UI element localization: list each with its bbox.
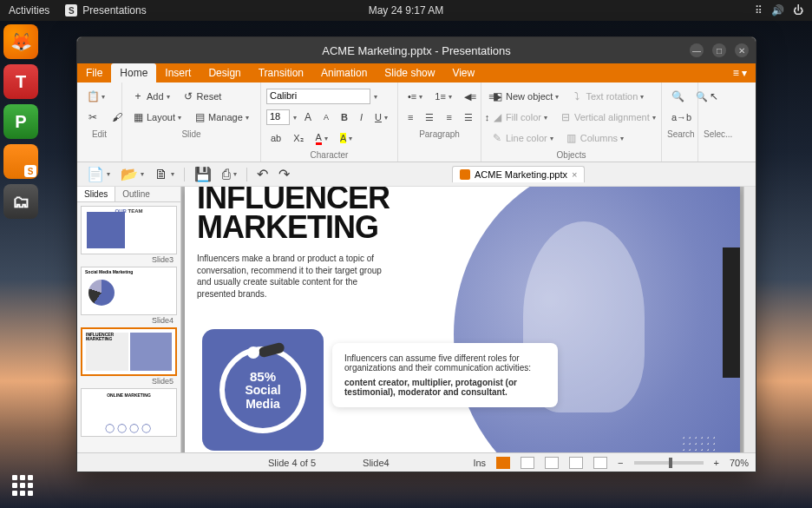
search-icon: 🔍 bbox=[671, 90, 684, 102]
manage-button[interactable]: ▤Manage▾ bbox=[189, 109, 253, 126]
view-normal-button[interactable] bbox=[496, 457, 510, 469]
view-master-button[interactable] bbox=[569, 457, 583, 469]
font-family-select[interactable]: Calibri bbox=[266, 89, 370, 104]
align-left[interactable]: ≡ bbox=[403, 109, 417, 125]
menu-view[interactable]: View bbox=[443, 63, 483, 82]
align-center[interactable]: ☰ bbox=[421, 109, 438, 126]
slide-description[interactable]: Influencers make a brand or product a to… bbox=[197, 253, 396, 300]
maximize-button[interactable]: □ bbox=[712, 43, 726, 57]
slide-canvas[interactable]: INFLUENCERMARKETING Influencers make a b… bbox=[181, 187, 743, 452]
clock[interactable]: May 24 9:17 AM bbox=[369, 4, 444, 16]
shrink-font[interactable]: A bbox=[319, 110, 333, 124]
bullets-button[interactable]: •≡▾ bbox=[403, 89, 427, 104]
align-right[interactable]: ≡ bbox=[442, 109, 455, 125]
paste-button[interactable]: 📋▾ bbox=[82, 88, 109, 105]
minimize-button[interactable]: — bbox=[690, 43, 704, 57]
bold-button[interactable]: B bbox=[337, 109, 352, 125]
numbering-button[interactable]: 1≡▾ bbox=[430, 89, 456, 104]
clear-format[interactable]: X₂ bbox=[289, 130, 307, 147]
view-outline-button[interactable] bbox=[545, 457, 559, 469]
line-color-button[interactable]: ✎Line color▾ bbox=[487, 129, 558, 147]
font-color[interactable]: A▾ bbox=[311, 129, 332, 148]
menu-animation[interactable]: Animation bbox=[312, 63, 376, 82]
thumb-slide5[interactable]: INFLUENCERMARKETING Slide5 bbox=[81, 327, 177, 386]
panel-tab-outline[interactable]: Outline bbox=[115, 187, 157, 201]
menu-slideshow[interactable]: Slide show bbox=[376, 63, 443, 82]
stat-badge[interactable]: 85% SocialMedia bbox=[202, 329, 324, 451]
qat-print[interactable]: ⎙▾ bbox=[218, 164, 241, 185]
thumb-slide6[interactable]: ONLINE MARKETING bbox=[81, 388, 177, 439]
italic-button[interactable]: I bbox=[356, 109, 367, 125]
menu-hamburger[interactable]: ≡ ▾ bbox=[724, 63, 756, 82]
qat-new[interactable]: 📄▾ bbox=[82, 163, 115, 185]
activities-button[interactable]: Activities bbox=[9, 4, 49, 16]
slide-title[interactable]: INFLUENCERMARKETING bbox=[197, 187, 390, 242]
reset-slide-button[interactable]: ↺Reset bbox=[178, 88, 226, 105]
qat-open[interactable]: 📂▾ bbox=[116, 163, 148, 185]
view-slideshow-button[interactable] bbox=[593, 457, 607, 469]
dock-textmaker[interactable]: T bbox=[3, 64, 38, 99]
menu-design[interactable]: Design bbox=[200, 63, 249, 82]
qat-redo[interactable]: ↷ bbox=[274, 163, 294, 185]
status-insert-mode[interactable]: Ins bbox=[473, 458, 486, 468]
fill-color-button[interactable]: ◢Fill color▾ bbox=[487, 109, 552, 126]
find-button[interactable]: 🔍 bbox=[667, 88, 688, 105]
show-applications[interactable] bbox=[12, 475, 33, 496]
dock-files[interactable]: 🗂 bbox=[3, 184, 38, 219]
menu-transition[interactable]: Transition bbox=[250, 63, 312, 82]
vertical-scrollbar[interactable] bbox=[743, 187, 756, 452]
group-paragraph-label: Paragraph bbox=[403, 129, 475, 139]
menu-file[interactable]: File bbox=[77, 63, 111, 82]
goto-button[interactable]: a→b bbox=[667, 109, 696, 125]
thumb-slide3[interactable]: OUR TEAM Slide3 bbox=[81, 206, 177, 265]
layout-button[interactable]: ▦Layout▾ bbox=[128, 109, 186, 126]
plus-icon: + bbox=[132, 90, 144, 102]
menu-insert[interactable]: Insert bbox=[156, 63, 200, 82]
volume-icon[interactable]: 🔊 bbox=[771, 4, 784, 16]
power-icon[interactable]: ⏻ bbox=[793, 4, 803, 16]
thumbnails-list[interactable]: OUR TEAM Slide3 Social Media Marketing S… bbox=[77, 202, 180, 452]
dock-planmaker[interactable]: P bbox=[3, 104, 38, 139]
cut-button[interactable]: ✂ bbox=[82, 109, 103, 126]
dock-firefox[interactable]: 🦊 bbox=[3, 24, 38, 59]
zoom-slider[interactable] bbox=[634, 461, 704, 465]
app-menu[interactable]: S Presentations bbox=[65, 4, 146, 16]
dock-presentations[interactable] bbox=[3, 144, 38, 179]
qat-more[interactable]: 🗎▾ bbox=[150, 164, 179, 185]
group-slide-label: Slide bbox=[128, 129, 255, 139]
underline-button[interactable]: U▾ bbox=[370, 109, 392, 125]
zoom-out-button[interactable]: − bbox=[618, 458, 623, 468]
slide[interactable]: INFLUENCERMARKETING Influencers make a b… bbox=[185, 187, 740, 452]
font-size-select[interactable]: 18 bbox=[266, 109, 290, 125]
tab-close-icon[interactable]: × bbox=[572, 169, 577, 180]
callout-box[interactable]: Influencers can assume five different ro… bbox=[332, 343, 558, 407]
zoom-level[interactable]: 70% bbox=[730, 458, 749, 468]
new-object-button[interactable]: ◧New object▾ bbox=[487, 88, 563, 105]
text-rotation-button[interactable]: ⤵Text rotation▾ bbox=[566, 88, 648, 105]
align-justify[interactable]: ☰ bbox=[460, 109, 477, 126]
menu-home[interactable]: Home bbox=[111, 63, 156, 82]
grow-font[interactable]: A bbox=[300, 109, 316, 126]
qat-undo[interactable]: ↶ bbox=[252, 163, 272, 185]
group-search-label: Search bbox=[667, 129, 692, 139]
view-sorter-button[interactable] bbox=[521, 457, 534, 469]
highlight-color[interactable]: A▾ bbox=[336, 130, 357, 146]
decorative-dots bbox=[681, 435, 719, 452]
columns-button[interactable]: ▥Columns▾ bbox=[561, 129, 628, 147]
panel-tab-slides[interactable]: Slides bbox=[77, 187, 115, 201]
ribbon: 📋▾ ✂🖌 Edit +Add▾ ↺Reset ▦Layout▾ ▤Manage… bbox=[77, 82, 756, 162]
network-icon[interactable]: ⠿ bbox=[755, 4, 763, 16]
zoom-in-button[interactable]: + bbox=[714, 458, 719, 468]
qat-save[interactable]: 💾 bbox=[190, 163, 216, 185]
add-slide-button[interactable]: +Add▾ bbox=[128, 88, 174, 105]
group-edit-label: Edit bbox=[82, 129, 116, 139]
dock: 🦊 T P 🗂 bbox=[3, 24, 45, 219]
thumb-slide4[interactable]: Social Media Marketing Slide4 bbox=[81, 267, 177, 326]
vertical-align-button[interactable]: ⊟Vertical alignment▾ bbox=[555, 109, 660, 126]
document-tab[interactable]: ACME Marketing.pptx × bbox=[452, 166, 585, 182]
close-button[interactable]: ✕ bbox=[735, 43, 749, 57]
outdent-button[interactable]: ◀≡ bbox=[460, 89, 481, 105]
strike-button[interactable]: ab bbox=[266, 130, 285, 146]
titlebar[interactable]: ACME Marketing.pptx - Presentations — □ … bbox=[77, 37, 756, 63]
select-button[interactable]: ↖ bbox=[704, 88, 724, 105]
